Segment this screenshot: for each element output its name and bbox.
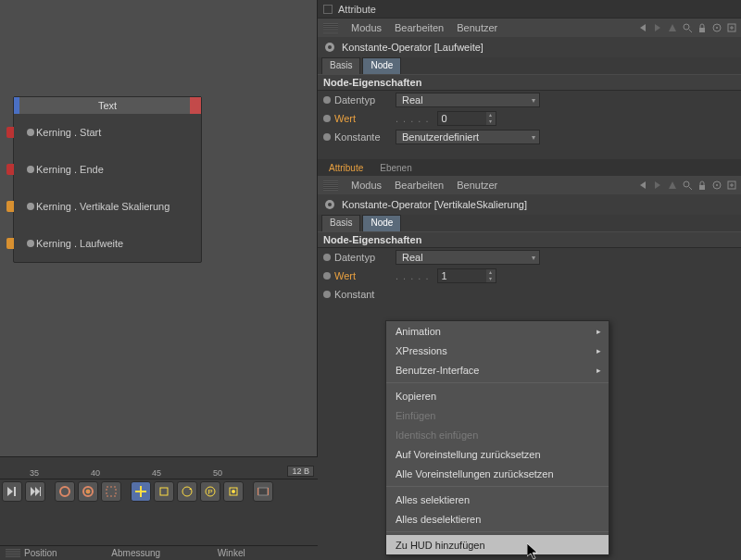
port-label: Kerning . Vertikale Skalierung: [36, 201, 170, 212]
ctx-item[interactable]: Alles selektieren: [386, 490, 609, 509]
param-button[interactable]: P: [200, 481, 220, 502]
nav-fwd-icon[interactable]: [652, 22, 663, 33]
ctx-item: Identisch einfügen: [386, 425, 609, 444]
nav-up-icon[interactable]: [667, 22, 678, 33]
target-icon[interactable]: [711, 22, 722, 33]
port-kerning-laufweite[interactable]: Kerning . Laufweite: [14, 225, 201, 262]
svg-rect-21: [40, 487, 41, 496]
panel1-object-row: Konstante-Operator [Laufweite]: [318, 37, 741, 57]
scale-button[interactable]: [154, 481, 174, 502]
prop-datentyp-1: Datentyp Real▾: [318, 91, 741, 109]
prop-wert-2: Wert. . . . . 1▴▾: [318, 267, 741, 285]
wert-input-1[interactable]: 0▴▾: [437, 111, 496, 126]
nav-back-icon[interactable]: [637, 180, 648, 191]
wert-input-2[interactable]: 1▴▾: [437, 268, 496, 283]
panel2-menubar: Modus Bearbeiten Benutzer: [318, 176, 741, 194]
ctx-item[interactable]: Alle Voreinstellungen zurücksetzen: [386, 464, 609, 483]
menu-benutzer[interactable]: Benutzer: [457, 180, 497, 191]
goto-last-button[interactable]: [25, 481, 45, 502]
svg-rect-34: [268, 488, 269, 495]
svg-rect-33: [257, 488, 258, 495]
datentyp-dropdown-1[interactable]: Real▾: [396, 93, 540, 107]
nav-back-icon[interactable]: [637, 22, 648, 33]
port-label: Kerning . Laufweite: [36, 238, 123, 249]
ctx-item[interactable]: Zu HUD hinzufügen: [386, 535, 609, 554]
grip-icon[interactable]: [323, 180, 338, 191]
ctx-item[interactable]: XPressions: [386, 341, 609, 360]
lock-icon[interactable]: [697, 22, 708, 33]
search-icon[interactable]: [682, 180, 693, 191]
svg-point-14: [716, 184, 718, 186]
tab-basis[interactable]: Basis: [321, 215, 360, 231]
nav-fwd-icon[interactable]: [652, 180, 663, 191]
footer-abmessung[interactable]: Abmessung: [106, 546, 211, 560]
svg-rect-32: [258, 488, 268, 495]
port-label: Kerning . Start: [36, 127, 101, 138]
add-panel-icon[interactable]: [726, 22, 737, 33]
port-kerning-vskalierung[interactable]: Kerning . Vertikale Skalierung: [14, 188, 201, 225]
keyframe-selection-button[interactable]: [101, 481, 121, 502]
autokey-button[interactable]: [78, 481, 98, 502]
render-button[interactable]: [253, 481, 273, 502]
grip-icon[interactable]: [323, 23, 338, 33]
panel-toggle-icon[interactable]: [323, 5, 333, 14]
svg-text:P: P: [207, 488, 212, 496]
svg-point-19: [328, 203, 332, 206]
timeline-ruler[interactable]: 35 40 45 50 12 B: [0, 456, 318, 479]
menu-benutzer[interactable]: Benutzer: [457, 22, 497, 33]
tab-attribute[interactable]: Attribute: [321, 159, 370, 176]
ctx-item[interactable]: Animation: [386, 321, 609, 341]
panel1-section: Node-Eigenschaften: [318, 74, 741, 91]
ctx-item[interactable]: Kopieren: [386, 386, 609, 405]
svg-point-9: [328, 45, 332, 49]
panel1-header[interactable]: Attribute: [318, 0, 741, 19]
add-panel-icon[interactable]: [726, 180, 737, 191]
svg-point-0: [684, 24, 689, 30]
svg-line-11: [689, 187, 692, 190]
panel2-object-row: Konstante-Operator [VertikaleSkalierung]: [318, 194, 741, 215]
gear-icon: [323, 198, 336, 211]
record-button[interactable]: [55, 481, 75, 502]
panel1-menubar: Modus Bearbeiten Benutzer: [318, 19, 741, 37]
svg-line-1: [689, 30, 692, 32]
footer-bar: Position Abmessung Winkel: [0, 545, 318, 560]
konstante-dropdown-1[interactable]: Benutzerdefiniert▾: [396, 130, 540, 144]
move-button[interactable]: [131, 481, 151, 502]
tab-node[interactable]: Node: [362, 57, 401, 74]
svg-rect-25: [107, 487, 116, 496]
node-text[interactable]: Text Kerning . Start Kerning . Ende Kern…: [13, 96, 202, 263]
tab-basis[interactable]: Basis: [321, 57, 360, 74]
tab-node[interactable]: Node: [362, 215, 401, 231]
search-icon[interactable]: [682, 22, 693, 33]
port-kerning-start[interactable]: Kerning . Start: [14, 114, 201, 151]
port-label: Kerning . Ende: [36, 164, 104, 175]
menu-bearbeiten[interactable]: Bearbeiten: [395, 22, 444, 33]
rotate-button[interactable]: [177, 481, 197, 502]
lock-icon[interactable]: [697, 180, 708, 191]
footer-winkel[interactable]: Winkel: [212, 546, 318, 560]
port-kerning-ende[interactable]: Kerning . Ende: [14, 151, 201, 188]
node-title: Text: [14, 97, 201, 114]
tab-ebenen[interactable]: Ebenen: [372, 159, 419, 176]
target-icon[interactable]: [711, 180, 722, 191]
goto-end-button[interactable]: [2, 481, 22, 502]
panel2-tabs: Basis Node: [318, 215, 741, 231]
node-editor-viewport[interactable]: Text Kerning . Start Kerning . Ende Kern…: [0, 0, 318, 456]
pla-button[interactable]: [223, 481, 244, 502]
menu-modus[interactable]: Modus: [351, 22, 382, 33]
ctx-item[interactable]: Benutzer-Interface: [386, 360, 609, 380]
ctx-item[interactable]: Auf Voreinstellung zurücksetzen: [386, 444, 609, 464]
node-title-bar[interactable]: Text: [14, 97, 201, 114]
prop-konstante-2: Konstant: [318, 285, 741, 304]
ctx-item[interactable]: Alles deselektieren: [386, 509, 609, 529]
svg-point-24: [86, 490, 90, 493]
datentyp-dropdown-2[interactable]: Real▾: [396, 250, 540, 265]
menu-bearbeiten[interactable]: Bearbeiten: [395, 180, 444, 191]
nav-up-icon[interactable]: [667, 180, 678, 191]
svg-point-10: [684, 181, 689, 187]
timeline-end-frame[interactable]: 12 B: [287, 466, 314, 477]
footer-position[interactable]: Position: [0, 546, 106, 560]
svg-rect-2: [699, 28, 705, 32]
menu-modus[interactable]: Modus: [351, 180, 382, 191]
playbar: P: [0, 479, 318, 503]
